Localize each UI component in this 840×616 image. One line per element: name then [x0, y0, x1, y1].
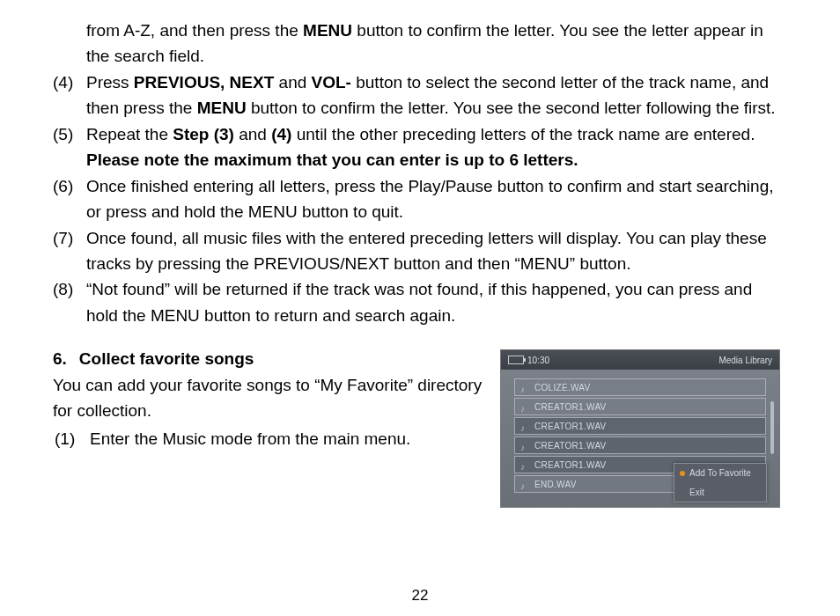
popup-option: Exit [674, 483, 766, 502]
clock: 10:30 [527, 354, 549, 368]
bold-text: MENU [197, 99, 247, 117]
section-heading: Collect favorite songs [79, 349, 254, 368]
bold-text: (4) [271, 125, 291, 143]
step-number: (5) [53, 121, 86, 173]
popup-label: Add To Favorite [689, 466, 751, 480]
step-4: (4) Press PREVIOUS, NEXT and VOL- button… [53, 70, 780, 121]
section-body: You can add your favorite songs to “My F… [53, 372, 484, 424]
section-title: 6.Collect favorite songs [53, 346, 484, 371]
file-row: CREATOR1.WAV [514, 436, 766, 454]
bold-text: Step (3) [173, 125, 234, 143]
file-name: CREATOR1.WAV [534, 420, 607, 434]
file-row: COLIZE.WAV [514, 378, 766, 396]
continuation-paragraph: from A-Z, and then press the MENU button… [86, 18, 780, 70]
section-6: 6.Collect favorite songs You can add you… [53, 346, 780, 508]
music-icon [520, 422, 529, 430]
music-icon [520, 402, 529, 411]
music-icon [520, 441, 529, 450]
text: until the other preceding letters of the… [291, 125, 755, 143]
manual-page: from A-Z, and then press the MENU button… [0, 0, 840, 616]
screenshot-header: 10:30 Media Library [501, 350, 779, 370]
file-name: CREATOR1.WAV [534, 458, 607, 473]
file-row: CREATOR1.WAV [514, 417, 766, 435]
step-number: (6) [53, 173, 86, 225]
step-text: “Not found” will be returned if the trac… [86, 276, 780, 328]
step-text: Repeat the Step (3) and (4) until the ot… [86, 121, 780, 173]
file-name: CREATOR1.WAV [534, 400, 607, 414]
step-text: Press PREVIOUS, NEXT and VOL- button to … [86, 70, 780, 121]
device-screenshot: 10:30 Media Library COLIZE.WAV CREATOR1.… [500, 349, 780, 508]
text: and [274, 73, 311, 92]
bold-text: MENU [303, 21, 352, 40]
step-number: (8) [53, 276, 86, 328]
substep-text: Enter the Music mode from the main menu. [90, 426, 410, 451]
step-text: Once found, all music files with the ent… [86, 225, 780, 277]
substep-1: (1) Enter the Music mode from the main m… [53, 426, 484, 451]
file-name: CREATOR1.WAV [534, 439, 607, 453]
scrollbar [770, 401, 774, 454]
page-number: 22 [0, 584, 840, 607]
screenshot-body: COLIZE.WAV CREATOR1.WAV CREATOR1.WAV CRE… [501, 370, 779, 507]
file-name: END.WAV [534, 478, 577, 492]
context-popup: Add To Favorite Exit [674, 463, 767, 502]
step-text: Once finished entering all letters, pres… [86, 173, 780, 225]
file-name: COLIZE.WAV [534, 381, 591, 395]
step-7: (7) Once found, all music files with the… [53, 225, 780, 277]
text: from A-Z, and then press the [86, 21, 303, 40]
text: Press [86, 73, 134, 92]
text: and [234, 125, 271, 143]
section-number: 6. [53, 349, 67, 368]
screen-title: Media Library [718, 354, 772, 368]
step-8: (8) “Not found” will be returned if the … [53, 276, 780, 328]
bold-text: VOL- [312, 73, 351, 92]
music-icon [520, 480, 529, 488]
status-left: 10:30 [508, 354, 549, 368]
radio-icon [680, 471, 685, 476]
step-6: (6) Once finished entering all letters, … [53, 173, 780, 225]
popup-option: Add To Favorite [674, 464, 766, 483]
file-row: CREATOR1.WAV [514, 398, 766, 415]
bold-text: PREVIOUS, NEXT [134, 73, 274, 92]
music-icon [520, 383, 529, 392]
bold-text: Please note the maximum that you can ent… [86, 150, 578, 169]
text: Repeat the [86, 125, 173, 143]
popup-label: Exit [689, 486, 704, 500]
step-5: (5) Repeat the Step (3) and (4) until th… [53, 121, 780, 173]
step-number: (4) [53, 70, 86, 121]
battery-icon [508, 356, 524, 364]
section-text: 6.Collect favorite songs You can add you… [53, 346, 500, 508]
step-number: (7) [53, 225, 86, 277]
substep-number: (1) [53, 426, 90, 451]
text: button to confirm the letter. You see th… [247, 99, 776, 117]
music-icon [520, 460, 529, 469]
